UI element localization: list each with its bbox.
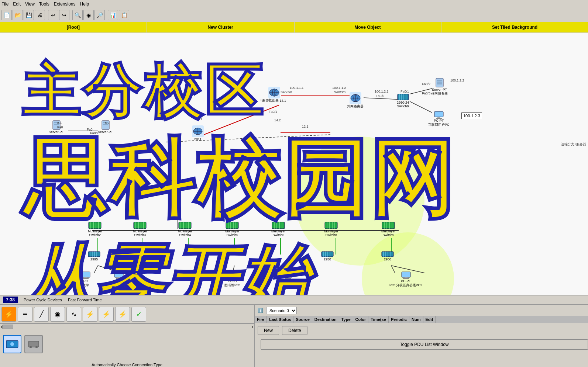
svg-rect-72 [272,222,285,229]
save-button[interactable]: 💾 [24,10,34,20]
sim-buttons: New Delete [255,323,588,338]
menu-help[interactable]: Help [80,1,89,7]
svg-rect-77 [325,222,337,229]
redo-button[interactable]: ↪ [59,10,69,20]
menu-view[interactable]: View [25,1,35,7]
bottom-panel: ⚡ ━ ╱ ◉ ∿ ⚡ ⚡ ⚡ ✓ ‹ › [0,304,588,367]
pdu-btn-6[interactable]: ⚡ [83,307,97,322]
svg-point-120 [30,346,32,348]
pc-lab[interactable]: PC-PT实验楼PC2 [280,271,296,288]
action-root[interactable]: [Root] [0,22,147,32]
col-source: Source [293,316,312,323]
access-sw-2[interactable]: 2995 [88,251,100,261]
server-ext[interactable]: Server-PT外网服务器 [431,77,448,96]
status-bar: 7:38 Power Cycle Devices Fast Forward Ti… [0,295,588,304]
menu-tools[interactable]: Tools [39,1,49,7]
ml-switch4[interactable]: MultilayerSwitch4 [178,221,192,237]
simulation-panel: ℹ️ Scenario 0 Fire Last Status Source De… [255,305,588,367]
svg-rect-41 [437,117,440,118]
label-fa0a: Fa0 [57,125,63,129]
sim-table-header: Fire Last Status Source Destination Type… [255,316,588,323]
label-se030b: Se0/3/0 [334,90,345,94]
svg-rect-111 [283,272,292,277]
router-wan[interactable]: 外网路由器 [347,92,364,109]
pc-internet[interactable]: PC-PT互联网用户PC [428,111,450,127]
switch8[interactable]: 2950-24Switch8 [397,93,409,108]
new-pdu-button[interactable]: New [258,326,279,335]
svg-rect-67 [226,222,238,229]
router-2811[interactable]: 2811 [192,125,204,141]
device-panel: ⚡ ━ ╱ ◉ ∿ ⚡ ⚡ ⚡ ✓ ‹ › [0,305,255,367]
delete-pdu-button[interactable]: Delete [282,326,307,335]
pdu-btn-5[interactable]: ∿ [66,307,81,322]
pc-branch[interactable]: PC-PTPC1分校区办公楼PC2 [389,271,422,288]
menu-bar: File Edit View Tools Extensions Help [0,0,588,8]
menu-edit[interactable]: Edit [13,1,21,7]
pdu-btn-check[interactable]: ✓ [131,307,146,322]
col-color: Color [353,316,369,323]
pdu-btn-1[interactable]: ⚡ [1,307,16,322]
device-icon-2[interactable] [24,335,43,353]
fast-forward-btn[interactable]: Fast Forward Time [68,298,102,302]
ml-switch3[interactable]: MultilayerSwitch3 [133,221,147,237]
zoom-in-button[interactable]: 🔍 [72,10,83,20]
pc-teach[interactable]: PC教学 [80,271,91,288]
scenario-select[interactable]: Scenario 0 [266,307,297,314]
svg-rect-105 [114,272,123,277]
pdu-btn-lightning2[interactable]: ⚡ [115,307,130,322]
pc-library[interactable]: PC-PT图书馆PC1 [224,271,241,288]
action-new-cluster[interactable]: New Cluster [147,22,295,32]
svg-rect-107 [116,278,122,279]
power-cycle-btn[interactable]: Power Cycle Devices [24,298,62,302]
label-11: 11 [199,117,202,121]
pdu-btn-3[interactable]: ╱ [34,307,49,322]
main-canvas[interactable]: 主分校区 思科校园网 从零开始 出口路由器 14.1 外网路由器 [0,33,588,295]
svg-rect-57 [134,222,146,229]
scrollbar-thumb[interactable] [2,325,13,329]
col-time: Time(se [368,316,388,323]
svg-rect-116 [403,278,409,279]
ml-switch8[interactable]: MultilayerSwitch8 [324,221,338,237]
ml-switch6[interactable]: MultilayerSwitch6 [271,221,286,237]
undo-button[interactable]: ↩ [48,10,58,20]
toggle-pdu-button[interactable]: Toggle PDU List Window [261,339,588,350]
svg-rect-115 [405,277,408,278]
ml-switch2[interactable]: MultilayerSwitch2 [88,221,102,237]
svg-rect-113 [285,278,291,279]
action-move-object[interactable]: Move Object [295,22,442,32]
svg-rect-39 [437,83,442,84]
label-se030: Se0/3/0 [281,90,292,94]
print-button[interactable]: 🖨 [35,10,45,20]
svg-rect-110 [230,278,235,279]
device-icon-1[interactable] [3,335,21,353]
palette-button[interactable]: 📊 [108,10,118,20]
open-button[interactable]: 📂 [13,10,23,20]
pdu-btn-lightning1[interactable]: ⚡ [99,307,114,322]
new-button[interactable]: 📄 [1,10,12,20]
diagram-input[interactable]: 100.1.2.3 [461,112,482,119]
label-ip1: 100.1.1.1 [290,86,304,90]
menu-file[interactable]: File [1,1,8,7]
col-fire: Fire [255,316,267,323]
zoom-out-button[interactable]: 🔎 [94,10,105,20]
scroll-right-btn[interactable]: › [252,324,253,329]
access-sw-9b[interactable]: 2950 [381,251,394,261]
pdu-btn-4[interactable]: ◉ [50,307,65,322]
access-sw-8b[interactable]: 2950 [321,251,334,261]
label-fa02: Fa0/2 [422,82,430,86]
clipboard-button[interactable]: 📋 [119,10,129,20]
action-set-background[interactable]: Set Tiled Background [441,22,588,32]
menu-extensions[interactable]: Extensions [54,1,76,7]
zoom-fit-button[interactable]: ◉ [83,10,94,20]
connection-type-label: Automatically Choose Connection Type [0,359,254,367]
ml-switch5[interactable]: MultilayerSwitch5 [225,221,240,237]
ml-switch9[interactable]: MultilayerSwitch9 [381,221,396,237]
pc-office[interactable]: PC办公 [114,271,124,288]
label-121: 12.1 [302,125,309,128]
toggle-area: Toggle PDU List Window [255,338,588,351]
svg-rect-103 [84,277,87,278]
label-fa02b: Fa0/2 [90,131,99,135]
label-142: 14.2 [274,118,281,122]
pdu-btn-2[interactable]: ━ [18,307,32,322]
horizontal-scrollbar[interactable]: ‹ › [0,323,254,329]
